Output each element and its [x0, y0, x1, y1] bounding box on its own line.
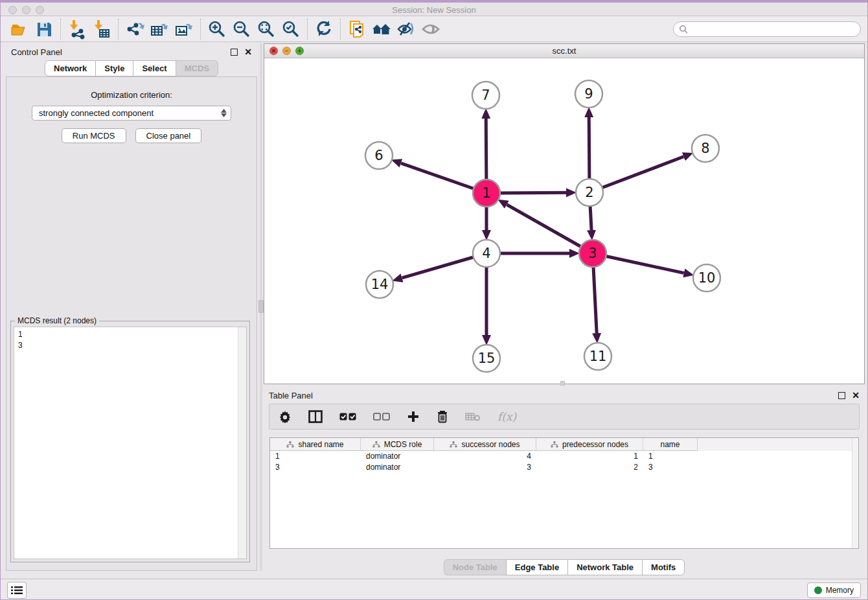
window-titlebar: Session: New Session	[1, 1, 867, 16]
graph-node-label: 3	[588, 246, 597, 261]
criterion-dropdown[interactable]: strongly connected component	[32, 106, 231, 121]
column-header-mcds-role[interactable]: MCDS role	[361, 438, 434, 451]
zoom-out-icon[interactable]	[229, 18, 254, 40]
memory-button[interactable]: Memory	[807, 583, 861, 598]
apply-layout-icon[interactable]	[312, 18, 336, 40]
save-session-icon[interactable]	[32, 18, 56, 40]
table-row[interactable]: 3 dominator 3 2 3	[270, 462, 858, 473]
task-history-button[interactable]	[7, 582, 27, 599]
column-layout-icon[interactable]	[308, 410, 323, 423]
zoom-fit-icon[interactable]	[254, 18, 279, 40]
network-graph[interactable]: 7968124314101511	[264, 58, 864, 384]
graph-node-9[interactable]: 9	[575, 80, 602, 108]
delete-table-icon[interactable]	[465, 411, 481, 422]
zoom-in-icon[interactable]	[205, 18, 229, 40]
show-all-icon[interactable]	[418, 18, 443, 40]
table-settings-icon[interactable]	[279, 410, 291, 423]
import-table-icon[interactable]	[89, 18, 114, 40]
control-panel: Control Panel ✕ Network Style Select MCD…	[6, 43, 257, 571]
network-canvas[interactable]: 7968124314101511	[264, 58, 864, 384]
float-panel-icon[interactable]	[231, 49, 238, 56]
graph-node-label: 4	[482, 246, 490, 261]
cell-predecessor-nodes[interactable]: 1	[536, 451, 643, 462]
cell-mcds-role[interactable]: dominator	[361, 462, 434, 473]
export-image-icon[interactable]	[172, 18, 196, 40]
column-header-name[interactable]: name	[643, 438, 698, 451]
graph-node-label: 1	[482, 185, 490, 201]
hide-selected-icon[interactable]	[394, 18, 418, 40]
tab-style[interactable]: Style	[95, 60, 133, 76]
cell-shared-name[interactable]: 1	[270, 451, 361, 462]
cell-predecessor-nodes[interactable]: 2	[536, 462, 643, 473]
column-header-shared-name[interactable]: shared name	[270, 438, 361, 451]
tab-select[interactable]: Select	[133, 60, 176, 76]
memory-label: Memory	[826, 586, 854, 595]
window-resize-handle[interactable]	[560, 381, 565, 386]
graph-node-10[interactable]: 10	[693, 264, 720, 292]
optimization-criterion-label: Optimization criterion:	[6, 90, 257, 100]
clone-network-icon[interactable]	[345, 18, 369, 40]
graph-node-4[interactable]: 4	[473, 240, 500, 267]
cell-successor-nodes[interactable]: 3	[434, 462, 536, 473]
result-scrollbar[interactable]	[238, 327, 246, 559]
zoom-selected-icon[interactable]	[279, 18, 303, 40]
add-row-icon[interactable]	[407, 410, 420, 423]
graph-node-1[interactable]: 1	[473, 179, 500, 207]
graph-edge-2-8[interactable]	[589, 157, 683, 192]
tree-icon	[450, 441, 457, 448]
toolbar-separator	[118, 19, 119, 40]
network-window-titlebar[interactable]: ✕ − + scc.txt	[264, 44, 864, 58]
graph-node-6[interactable]: 6	[365, 142, 393, 169]
graph-node-8[interactable]: 8	[692, 135, 719, 162]
first-neighbors-icon[interactable]	[369, 18, 394, 40]
search-input[interactable]	[692, 23, 855, 35]
deselect-all-checkboxes-icon[interactable]	[373, 412, 390, 421]
graph-node-11[interactable]: 11	[584, 343, 611, 370]
cell-successor-nodes[interactable]: 4	[434, 451, 536, 462]
graph-node-7[interactable]: 7	[472, 82, 499, 109]
open-file-icon[interactable]	[7, 18, 32, 40]
graph-edge-3-1[interactable]	[507, 205, 593, 253]
table-toolbar: f(x)	[269, 404, 860, 430]
node-table[interactable]: shared name MCDS role successor nodes pr…	[269, 437, 859, 549]
tab-network-table[interactable]: Network Table	[567, 559, 643, 575]
tab-node-table[interactable]: Node Table	[444, 559, 507, 575]
graph-node-2[interactable]: 2	[576, 179, 603, 206]
delete-row-icon[interactable]	[437, 410, 448, 423]
table-row[interactable]: 1 dominator 4 1 1	[270, 451, 858, 462]
graph-node-15[interactable]: 15	[473, 345, 500, 372]
cell-shared-name[interactable]: 3	[270, 462, 361, 473]
close-panel-icon[interactable]: ✕	[244, 49, 252, 56]
panel-splitter[interactable]	[260, 43, 262, 571]
graph-node-14[interactable]: 14	[366, 271, 393, 298]
float-table-panel-icon[interactable]	[838, 392, 845, 399]
select-all-checkboxes-icon[interactable]	[339, 412, 356, 421]
column-header-predecessor-nodes[interactable]: predecessor nodes	[536, 438, 643, 451]
column-header-successor-nodes[interactable]: successor nodes	[434, 438, 536, 451]
tab-edge-table[interactable]: Edge Table	[506, 559, 568, 575]
export-table-icon[interactable]	[147, 18, 172, 40]
cell-name[interactable]: 3	[643, 462, 698, 473]
function-builder-icon[interactable]: f(x)	[497, 410, 516, 423]
search-field[interactable]	[673, 21, 861, 37]
tab-mcds[interactable]: MCDS	[176, 60, 218, 76]
splitter-handle[interactable]	[258, 300, 264, 313]
mcds-result-textarea[interactable]: 1 3	[14, 327, 247, 559]
status-bar: Memory	[1, 579, 867, 600]
export-network-icon[interactable]	[122, 18, 147, 40]
toolbar-separator	[200, 19, 201, 40]
close-table-panel-icon[interactable]: ✕	[852, 392, 860, 399]
tab-network[interactable]: Network	[45, 60, 96, 76]
toolbar-separator	[60, 19, 61, 40]
tab-motifs[interactable]: Motifs	[642, 559, 685, 575]
close-panel-button[interactable]: Close panel	[135, 128, 202, 143]
run-mcds-button[interactable]: Run MCDS	[62, 128, 126, 143]
table-scrollbar[interactable]	[852, 438, 858, 548]
cell-mcds-role[interactable]: dominator	[361, 451, 434, 462]
graph-node-3[interactable]: 3	[579, 240, 606, 267]
import-network-icon[interactable]	[65, 18, 89, 40]
chevron-updown-icon	[221, 109, 227, 117]
network-window-title: scc.txt	[264, 46, 864, 56]
graph-node-label: 11	[589, 349, 607, 364]
cell-name[interactable]: 1	[643, 451, 698, 462]
